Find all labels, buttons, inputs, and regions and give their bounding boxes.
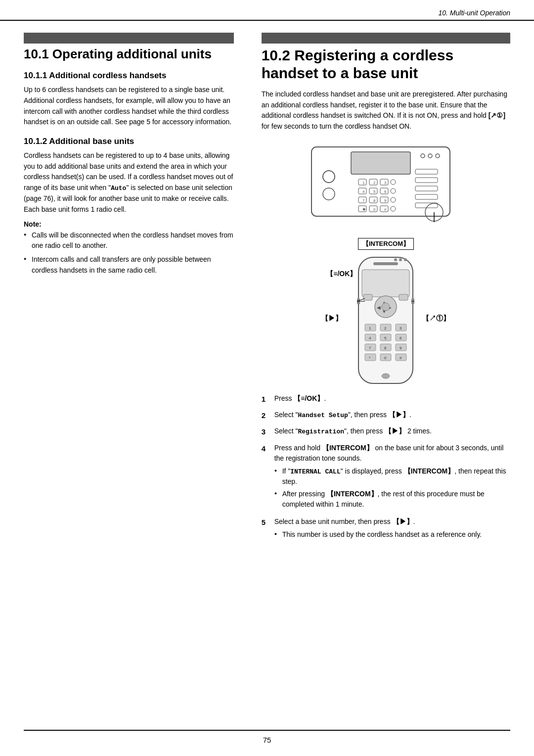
svg-point-14 [391,189,396,193]
page-header: 10. Multi-unit Operation [0,0,534,21]
svg-text:8: 8 [373,198,376,203]
svg-point-83 [382,374,390,378]
left-section-bar [24,33,234,44]
step4-bullets: If "INTERNAL CALL" is displayed, press 【… [274,466,510,510]
svg-text:3: 3 [384,181,387,185]
svg-text:9: 9 [400,346,402,350]
page-footer: 75 [24,730,510,744]
header-title: 10. Multi-unit Operation [438,9,510,17]
subsection1-title: 10.1.1 Additional cordless handsets [24,71,234,81]
step-2: 2 Select "Handset Setup", then press 【▶】… [262,410,510,421]
svg-text:4: 4 [369,336,371,340]
svg-text:✱: ✱ [362,207,366,212]
handset-diagram-area: 【≡/OK】 【▶】 【↗①】 [316,255,455,393]
svg-text:*: * [369,356,370,360]
right-section-title: 10.2 Registering a cordless handset to a… [262,47,510,82]
intercom-label: 【INTERCOM】 [358,238,414,250]
svg-rect-55 [363,294,372,300]
base-unit-svg: 1 2 3 4 5 6 7 8 9 ✱ 0 # [307,137,455,229]
subsection2-title: 10.1.2 Additional base units [24,137,234,146]
svg-text:7: 7 [369,346,371,350]
right-intro-body: The included cordless handset and base u… [262,89,510,132]
svg-text:3: 3 [400,326,402,331]
svg-text:7: 7 [362,198,365,203]
svg-text:9: 9 [384,198,387,203]
step4-bullet-2: After pressing 【INTERCOM】, the rest of t… [274,489,510,510]
svg-text:5: 5 [373,189,376,194]
svg-rect-26 [415,194,438,199]
note-bullet-2: Intercom calls and call transfers are on… [24,254,234,276]
content-area: 10.1 Operating additional units 10.1.1 A… [0,21,534,547]
subsection2-body: Cordless handsets can be registered to u… [24,150,234,215]
svg-point-6 [323,188,335,200]
svg-text:0: 0 [373,207,376,212]
svg-rect-1 [351,152,410,174]
step-3: 3 Select "Registration", then press 【▶】 … [262,426,510,437]
svg-rect-44 [373,262,398,265]
svg-point-18 [391,197,396,202]
note-section: Note: Calls will be disconnected when th… [24,220,234,276]
svg-rect-23 [415,169,438,174]
svg-text:2: 2 [373,181,376,185]
base-unit-image: 1 2 3 4 5 6 7 8 9 ✱ 0 # [307,137,465,236]
note-label: Note: [24,220,234,228]
step5-bullets: This number is used by the cordless hand… [274,529,510,540]
svg-point-46 [394,258,397,261]
devices-wrapper: 1 2 3 4 5 6 7 8 9 ✱ 0 # 【INTERCOM】 [262,137,510,393]
svg-text:1: 1 [362,181,365,185]
svg-point-10 [391,180,396,185]
svg-point-3 [428,154,432,158]
svg-point-22 [391,206,396,211]
right-column: 10.2 Registering a cordless handset to a… [248,21,510,547]
svg-text:8: 8 [384,346,387,350]
power-button-label: 【↗①】 [422,314,450,323]
arrow-button-label: 【▶】 [321,314,342,323]
step-1: 1 Press 【≡/OK】. [262,393,510,405]
svg-text:6: 6 [384,189,387,194]
left-column: 10.1 Operating additional units 10.1.1 A… [24,21,248,547]
step4-bullet-1: If "INTERNAL CALL" is displayed, press 【… [274,466,510,487]
svg-point-29 [323,171,335,183]
note-bullets: Calls will be disconnected when the cord… [24,230,234,276]
subsection1-body: Up to 6 cordless handsets can be registe… [24,85,234,128]
svg-rect-24 [415,178,438,183]
svg-text:#: # [400,356,402,360]
svg-rect-25 [415,186,438,191]
svg-point-4 [436,154,440,158]
svg-text:4: 4 [362,189,365,194]
svg-text:#: # [384,207,387,212]
svg-text:0: 0 [384,356,387,360]
svg-point-2 [421,154,425,158]
step-5: 5 Select a base unit number, then press … [262,517,510,542]
svg-text:1: 1 [369,326,371,331]
svg-point-54 [382,303,390,311]
step-4: 4 Press and hold 【INTERCOM】 on the base … [262,443,510,512]
note-bullet-1: Calls will be disconnected when the cord… [24,230,234,251]
svg-text:◀: ◀ [377,305,381,310]
right-section-bar [262,33,510,44]
svg-rect-56 [399,294,408,300]
svg-text:5: 5 [384,336,387,340]
svg-text:6: 6 [400,336,402,340]
svg-point-47 [399,258,402,261]
svg-text:2: 2 [384,326,387,331]
svg-rect-45 [362,270,409,297]
svg-point-48 [404,258,407,261]
handset-svg: ▲ ▼ ◀ ▶ [351,255,420,388]
steps-list: 1 Press 【≡/OK】. 2 Select "Handset Setup"… [262,393,510,542]
page-number: 75 [263,736,271,744]
step5-bullet-1: This number is used by the cordless hand… [274,529,510,540]
left-section-title: 10.1 Operating additional units [24,47,234,62]
